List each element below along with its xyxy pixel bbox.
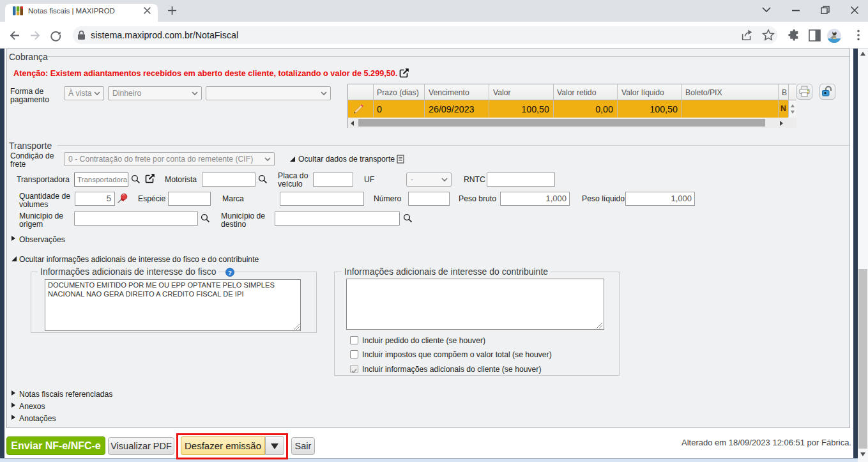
svg-text:?: ?: [228, 269, 232, 276]
